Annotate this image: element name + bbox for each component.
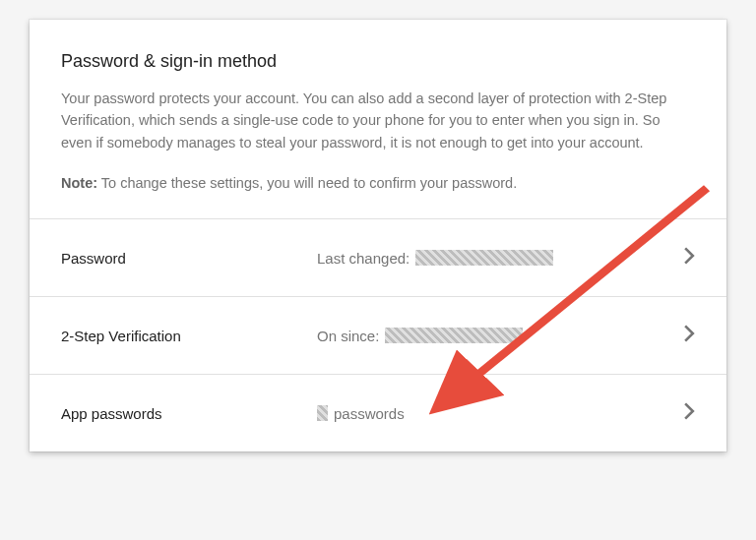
redacted-date bbox=[385, 328, 523, 343]
section-note: Note: To change these settings, you will… bbox=[61, 173, 695, 195]
row-value-two-step: On since: bbox=[317, 328, 683, 344]
row-two-step-verification[interactable]: 2-Step Verification On since: bbox=[30, 296, 726, 374]
header-section: Password & sign-in method Your password … bbox=[30, 20, 726, 218]
section-title: Password & sign-in method bbox=[61, 51, 695, 72]
row-label-password: Password bbox=[61, 250, 317, 267]
two-step-value-prefix: On since: bbox=[317, 328, 379, 344]
row-label-app-passwords: App passwords bbox=[61, 405, 317, 422]
row-value-app-passwords: passwords bbox=[317, 405, 683, 422]
row-password[interactable]: Password Last changed: bbox=[30, 218, 726, 296]
row-value-password: Last changed: bbox=[317, 250, 683, 267]
signin-method-card: Password & sign-in method Your password … bbox=[30, 20, 726, 451]
app-passwords-value-suffix: passwords bbox=[334, 405, 405, 422]
password-value-prefix: Last changed: bbox=[317, 250, 410, 267]
chevron-right-icon bbox=[683, 325, 695, 346]
row-app-passwords[interactable]: App passwords passwords bbox=[30, 374, 726, 451]
redacted-date bbox=[415, 250, 553, 266]
note-label: Note: bbox=[61, 175, 97, 191]
section-description: Your password protects your account. You… bbox=[61, 88, 695, 153]
chevron-right-icon bbox=[683, 247, 695, 269]
chevron-right-icon bbox=[683, 402, 695, 424]
redacted-count bbox=[317, 405, 328, 421]
row-label-two-step: 2-Step Verification bbox=[61, 328, 317, 344]
note-text: To change these settings, you will need … bbox=[97, 175, 517, 191]
